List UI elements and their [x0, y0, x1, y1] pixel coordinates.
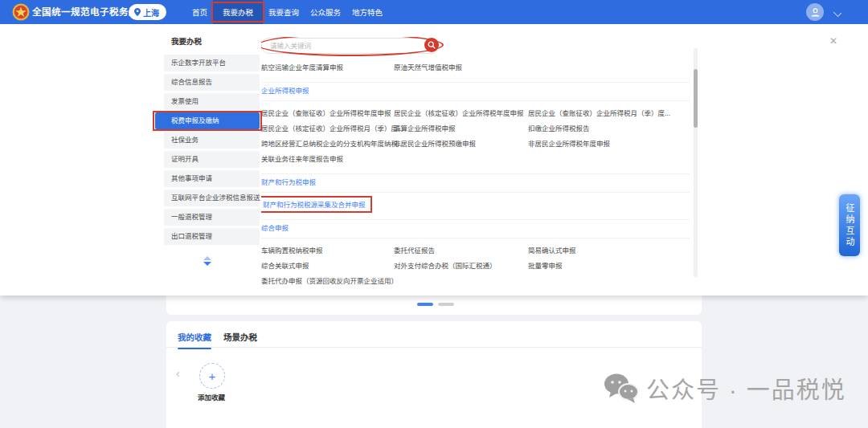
menu-content: 航空运输企业年度清算申报原油天然气增值税申报企业所得税申报居民企业（查账征收）企…	[261, 37, 690, 296]
nav-item-地方特色[interactable]: 地方特色	[346, 0, 388, 24]
user-icon	[810, 7, 821, 18]
sidebar-item[interactable]: 税费申报及缴纳	[155, 112, 260, 129]
menu-row: 居民企业（查账征收）企业所得税年度申报居民企业（核定征收）企业所得税年度申报居民…	[261, 104, 690, 120]
tabs-divider	[166, 347, 702, 348]
search-input[interactable]	[261, 38, 440, 54]
sidebar-item[interactable]: 发票使用	[164, 93, 260, 110]
menu-section-title: 企业所得税申报	[261, 83, 690, 101]
menu-section: 航空运输企业年度清算申报原油天然气增值税申报	[261, 59, 690, 82]
annotation-sidebar-box	[153, 111, 262, 131]
nav-item-首页[interactable]: 首页	[186, 0, 213, 24]
nav-item-我要办税[interactable]: 我要办税	[213, 0, 263, 24]
menu-item[interactable]: 财产和行为税税源采集及合并申报	[261, 196, 372, 213]
scroll-up-icon[interactable]	[203, 256, 211, 260]
menu-item[interactable]: 清算企业所得税申报	[394, 123, 456, 132]
add-favorite-button[interactable]: +	[199, 363, 225, 389]
scroll-down-icon[interactable]	[203, 262, 211, 266]
menu-item[interactable]: 车辆购置税纳税申报	[261, 245, 323, 255]
menu-row: 综合关联式申报对外支付综合办税（国际汇税通）批量零申报	[261, 257, 690, 272]
search-icon	[428, 41, 436, 49]
menu-row: 关联业务往来年度报告申报	[261, 150, 690, 165]
site-title: 全国统一规范电子税务局	[32, 0, 138, 24]
sidebar-item[interactable]: 乐企数字开放平台	[164, 55, 260, 71]
panel-scrollbar-thumb[interactable]	[694, 69, 698, 128]
menu-row: 车辆购置税纳税申报委托代征报告简易确认式申报	[261, 242, 690, 257]
menu-item[interactable]: 综合关联式申报	[261, 260, 309, 270]
sidebar-item[interactable]: 互联网平台企业涉税信息报送	[164, 190, 260, 206]
top-header: 全国统一规范电子税务局 上海 首页我要办税我要查询公众服务地方特色	[0, 0, 868, 24]
menu-item[interactable]: 居民企业（核定征收）企业所得税年度申报	[394, 108, 524, 117]
sidebar-scroll-arrows[interactable]	[155, 256, 260, 266]
menu-item[interactable]: 航空运输企业年度清算申报	[261, 62, 343, 71]
menu-item[interactable]: 原油天然气增值税申报	[394, 62, 462, 71]
tax-bureau-emblem-icon	[12, 3, 30, 21]
menu-item[interactable]: 非居民企业所得税年度申报	[528, 138, 610, 148]
menu-search	[261, 37, 440, 53]
nav-item-我要查询[interactable]: 我要查询	[263, 0, 305, 24]
sidebar-item[interactable]: 综合信息报告	[164, 74, 260, 91]
menu-item[interactable]: 居民企业（核定征收）企业所得税月（季）度...	[261, 123, 403, 132]
menu-section: 企业所得税申报居民企业（查账征收）企业所得税年度申报居民企业（核定征收）企业所得…	[261, 82, 690, 173]
main-nav: 首页我要办税我要查询公众服务地方特色	[186, 0, 388, 24]
menu-item[interactable]: 跨地区经营汇总纳税企业的分支机构年度纳税...	[261, 138, 403, 148]
menu-item[interactable]: 非居民企业所得税预缴申报	[394, 138, 476, 148]
menu-item[interactable]: 扣缴企业所得税报告	[528, 123, 590, 132]
sidebar-item[interactable]: 出口退税管理	[164, 228, 260, 245]
menu-row: 委托代办申报（资源回收反向开票企业适用）	[261, 272, 690, 287]
menu-row: 居民企业（核定征收）企业所得税月（季）度...清算企业所得税申报扣缴企业所得税报…	[261, 120, 690, 135]
menu-item[interactable]: 委托代办申报（资源回收反向开票企业适用）	[261, 275, 398, 285]
menu-item[interactable]: 批量零申报	[528, 260, 563, 270]
interaction-float-button[interactable]: 征纳互动	[839, 194, 860, 256]
carousel-dots	[417, 303, 454, 306]
sidebar-item[interactable]: 证明开具	[164, 151, 260, 168]
sidebar-title: 我要办税	[155, 32, 260, 55]
nav-item-公众服务[interactable]: 公众服务	[305, 0, 346, 24]
menu-sidebar: 我要办税 乐企数字开放平台综合信息报告发票使用税费申报及缴纳社保业务证明开具其他…	[155, 32, 260, 266]
menu-item[interactable]: 关联业务往来年度报告申报	[261, 153, 343, 163]
location-selector[interactable]: 上海	[129, 4, 166, 20]
add-favorite-label: 添加收藏	[187, 392, 235, 402]
panel-scrollbar-track[interactable]	[694, 48, 698, 277]
location-label: 上海	[143, 6, 159, 18]
carousel-dot[interactable]	[417, 303, 433, 306]
menu-item[interactable]: 委托代征报告	[394, 245, 435, 255]
search-button[interactable]	[424, 38, 439, 52]
mega-menu-panel: ✕ 我要办税 乐企数字开放平台综合信息报告发票使用税费申报及缴纳社保业务证明开具…	[0, 24, 868, 296]
favorites-card: 我的收藏场景办税 ‹ + 添加收藏	[166, 321, 702, 428]
sidebar-item[interactable]: 社保业务	[164, 132, 260, 149]
menu-item[interactable]: 对外支付综合办税（国际汇税通）	[394, 260, 497, 270]
menu-row: 航空运输企业年度清算申报原油天然气增值税申报	[261, 59, 690, 74]
location-pin-icon	[134, 8, 141, 16]
sidebar-item[interactable]: 其他事项申请	[164, 170, 260, 187]
menu-section-title: 综合申报	[261, 220, 690, 238]
account-chevron-down-icon[interactable]	[833, 9, 841, 17]
carousel-dot[interactable]	[438, 303, 454, 306]
sidebar-list: 乐企数字开放平台综合信息报告发票使用税费申报及缴纳社保业务证明开具其他事项申请互…	[155, 55, 260, 245]
annotation-nav-box	[211, 2, 264, 22]
menu-item[interactable]: 居民企业（查账征收）企业所得税月（季）度...	[528, 108, 670, 117]
menu-section-list: 航空运输企业年度清算申报原油天然气增值税申报企业所得税申报居民企业（查账征收）企…	[261, 59, 690, 296]
carousel-prev-icon[interactable]: ‹	[176, 368, 180, 379]
menu-section-title: 财产和行为税申报	[261, 174, 690, 193]
menu-section: 综合申报车辆购置税纳税申报委托代征报告简易确认式申报综合关联式申报对外支付综合办…	[261, 219, 690, 296]
menu-item[interactable]: 简易确认式申报	[528, 245, 576, 255]
menu-section: 财产和行为税申报财产和行为税税源采集及合并申报	[261, 173, 690, 219]
menu-item[interactable]: 居民企业（查账征收）企业所得税年度申报	[261, 108, 391, 117]
sidebar-item[interactable]: 一般退税管理	[164, 209, 260, 226]
close-icon[interactable]: ✕	[826, 34, 841, 48]
menu-row: 跨地区经营汇总纳税企业的分支机构年度纳税...非居民企业所得税预缴申报非居民企业…	[261, 135, 690, 150]
menu-row: 财产和行为税税源采集及合并申报	[261, 196, 690, 211]
avatar[interactable]	[806, 3, 824, 21]
